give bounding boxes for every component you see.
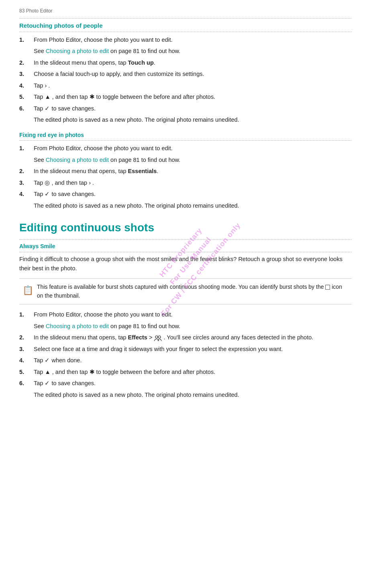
step-content: Tap › . [34,81,352,90]
link-choosing-photo[interactable]: Choosing a photo to edit [46,48,109,54]
list-item: 6. Tap ✓ to save changes. [19,104,352,113]
list-item: 1. From Photo Editor, choose the photo y… [19,144,352,153]
step-sub: See Choosing a photo to edit on page 81 … [34,47,352,55]
section-divider-top [19,18,352,18]
list-item: 4. Tap › . [19,81,352,90]
section-divider-bottom [19,32,352,32]
step-number: 5. [19,368,34,376]
note-icon: 📋 [22,284,32,297]
list-item: 2. In the slideout menu that opens, tap … [19,167,352,176]
note-text: This feature is available for burst shot… [37,283,349,300]
step-number: 4. [19,81,34,90]
step-number: 2. [19,333,34,342]
section-divider [19,239,352,240]
step-content: In the slideout menu that opens, tap Tou… [34,58,352,67]
step-number: 1. [19,144,34,153]
link-choosing-photo-2[interactable]: Choosing a photo to edit [46,157,109,163]
note-box: 📋 This feature is available for burst sh… [19,278,352,304]
list-item: 1. From Photo Editor, choose the photo y… [19,35,352,44]
step-content: In the slideout menu that opens, tap Eff… [34,333,352,342]
step-content: Select one face at a time and drag it si… [34,345,352,353]
step-content: Tap ✓ to save changes. [34,190,352,198]
section-divider [19,140,352,141]
step-content: Tap ✓ when done. [34,356,352,365]
step-number: 4. [19,190,34,198]
square-icon [325,285,330,290]
step-number: 3. [19,178,34,187]
list-item: 5. Tap ▲ , and then tap ✱ to toggle betw… [19,368,352,376]
svg-point-1 [158,336,161,338]
section-divider [19,252,352,252]
step-content: Choose a facial touch-up to apply, and t… [34,69,352,78]
big-section-title: Editing continuous shots [19,219,352,236]
list-item: 3. Tap ◎ , and then tap › . [19,178,352,187]
step-number: 5. [19,92,34,101]
editing-section: Editing continuous shots Always Smile Fi… [19,219,352,399]
step-content: Tap ✓ to save changes. [34,379,352,388]
step-number: 1. [19,310,34,319]
fixing-steps: 1. From Photo Editor, choose the photo y… [19,144,352,210]
bold-text: Touch up [128,59,154,66]
retouching-steps: 1. From Photo Editor, choose the photo y… [19,35,352,125]
step-number: 4. [19,356,34,365]
step-number: 6. [19,379,34,388]
list-item: 3. Select one face at a time and drag it… [19,345,352,353]
step-number: 3. [19,69,34,78]
step-number: 1. [19,35,34,44]
list-item: 2. In the slideout menu that opens, tap … [19,333,352,342]
step-sub: The edited photo is saved as a new photo… [34,201,352,210]
step-content: Tap ▲ , and then tap ✱ to toggle between… [34,92,352,101]
list-item: 4. Tap ✓ when done. [19,356,352,365]
step-content: From Photo Editor, choose the photo you … [34,144,352,153]
always-smile-description: Finding it difficult to choose a group s… [19,255,352,273]
list-item: 2. In the slideout menu that opens, tap … [19,58,352,67]
list-item: 1. From Photo Editor, choose the photo y… [19,310,352,319]
step-content: Tap ▲ , and then tap ✱ to toggle between… [34,368,352,376]
svg-point-0 [155,336,158,338]
step-number: 3. [19,345,34,353]
step-number: 6. [19,104,34,113]
section-title-retouching: Retouching photos of people [19,21,352,30]
people-icon [154,335,162,341]
list-item: 6. Tap ✓ to save changes. [19,379,352,388]
bold-text: Essentials [128,168,157,174]
link-choosing-photo-3[interactable]: Choosing a photo to edit [46,323,109,329]
list-item: 4. Tap ✓ to save changes. [19,190,352,198]
page-header: 83 Photo Editor [19,7,352,15]
always-smile-steps: 1. From Photo Editor, choose the photo y… [19,310,352,399]
always-smile-subtitle: Always Smile [19,242,352,251]
step-content: From Photo Editor, choose the photo you … [34,310,352,319]
step-sub: See Choosing a photo to edit on page 81 … [34,155,352,164]
list-item: 3. Choose a facial touch-up to apply, an… [19,69,352,78]
step-number: 2. [19,58,34,67]
bold-text: Effects [128,334,147,341]
step-sub: The edited photo is saved as a new photo… [34,115,352,124]
step-content: From Photo Editor, choose the photo you … [34,35,352,44]
step-number: 2. [19,167,34,176]
step-content: In the slideout menu that opens, tap Ess… [34,167,352,176]
list-item: 5. Tap ▲ , and then tap ✱ to toggle betw… [19,92,352,101]
step-sub: See Choosing a photo to edit on page 81 … [34,322,352,331]
section-title-fixing: Fixing red eye in photos [19,131,352,140]
step-content: Tap ✓ to save changes. [34,104,352,113]
step-sub: The edited photo is saved as a new photo… [34,390,352,399]
step-content: Tap ◎ , and then tap › . [34,178,352,187]
fixing-section: Fixing red eye in photos 1. From Photo E… [19,131,352,210]
